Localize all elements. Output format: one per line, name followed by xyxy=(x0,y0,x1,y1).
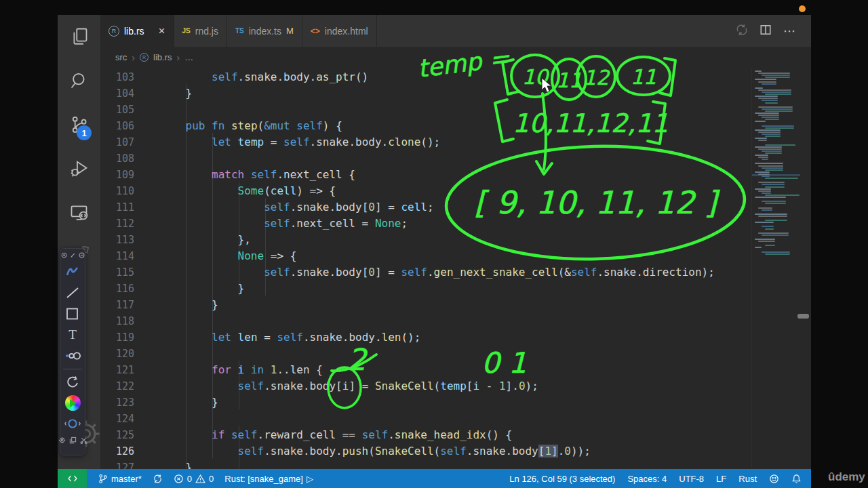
minimap-line xyxy=(765,144,795,146)
minimap-line xyxy=(755,222,774,223)
scrollbar-thumb[interactable] xyxy=(797,314,809,319)
run-debug-icon[interactable] xyxy=(68,158,90,179)
window-body: 1 R lib.rs xyxy=(58,15,811,469)
code-line[interactable]: 115 self.snake.body[0] = self.gen_next_s… xyxy=(100,264,751,281)
code-line[interactable]: 106 pub fn step(&mut self) { xyxy=(100,118,751,134)
code-text: let temp = self.snake.body.clone(); xyxy=(134,134,440,150)
minimap-line xyxy=(758,174,770,175)
code-line[interactable]: 125 if self.reward_cell == self.snake_he… xyxy=(100,427,751,443)
code-line[interactable]: 126 self.snake.body.push(SnakeCell(self.… xyxy=(100,443,751,460)
code-line[interactable]: 110 Some(cell) => { xyxy=(100,183,751,199)
shape-cycle-selector[interactable] xyxy=(64,415,81,432)
stroke-size-selector[interactable] xyxy=(64,348,81,364)
code-line[interactable]: 103 self.snake.body.as_ptr() xyxy=(100,69,751,85)
palette-header[interactable] xyxy=(61,251,85,259)
remote-explorer-icon[interactable] xyxy=(68,202,90,223)
bell-icon[interactable] xyxy=(791,474,802,484)
undo-redo-tool[interactable] xyxy=(64,374,81,390)
copy-icon xyxy=(69,436,77,444)
vscode-window: 1 R lib.rs xyxy=(58,15,811,488)
remote-indicator[interactable] xyxy=(58,469,87,488)
code-line[interactable]: 109 match self.next_cell { xyxy=(100,167,751,183)
code-line[interactable]: 114 None => { xyxy=(100,248,751,264)
code-line[interactable]: 119 let len = self.snake.body.len(); xyxy=(100,329,751,346)
rectangle-tool[interactable] xyxy=(64,306,81,322)
js-file-icon: JS xyxy=(182,27,191,35)
tab-index-html[interactable]: <> index.html xyxy=(302,15,377,47)
minimap-line xyxy=(762,201,786,202)
code-text: for i in 1..len { xyxy=(134,362,323,378)
breadcrumb-file[interactable]: lib.rs xyxy=(153,52,172,62)
minimap-line xyxy=(762,134,781,135)
minimap-line xyxy=(758,148,782,150)
code-line[interactable]: 117 } xyxy=(100,297,751,313)
cursor-position[interactable]: Ln 126, Col 59 (3 selected) xyxy=(509,474,615,484)
code-text xyxy=(134,346,159,362)
git-branch-item[interactable]: master* xyxy=(98,473,142,484)
rust-analyzer-item[interactable]: Rust: [snake_game] ▷ xyxy=(224,474,313,484)
line-tool[interactable] xyxy=(64,285,81,301)
search-icon[interactable] xyxy=(68,70,90,91)
encoding[interactable]: UTF-8 xyxy=(679,474,704,484)
code-line[interactable]: 107 let temp = self.snake.body.clone(); xyxy=(100,134,751,150)
code-line[interactable]: 118 xyxy=(100,313,751,329)
minimap-line xyxy=(765,77,790,78)
code-line[interactable]: 121 for i in 1..len { xyxy=(100,362,751,378)
code-line[interactable]: 120 xyxy=(100,346,751,362)
code-text: self.snake.body[0] = self.gen_next_snake… xyxy=(134,264,715,281)
code-line[interactable]: 111 self.snake.body[0] = cell; xyxy=(100,199,751,216)
gear-small-icon xyxy=(58,436,66,444)
breadcrumb-src[interactable]: src xyxy=(115,52,127,62)
status-bar-right: Ln 126, Col 59 (3 selected) Spaces: 4 UT… xyxy=(509,474,811,484)
vertical-scrollbar[interactable] xyxy=(800,68,811,469)
feedback-icon[interactable] xyxy=(769,474,779,484)
minimap-line xyxy=(762,184,785,185)
code-text xyxy=(134,102,159,118)
minimap-line xyxy=(765,220,787,221)
run-icon[interactable]: ▷ xyxy=(307,474,313,484)
code-line[interactable]: 116 } xyxy=(100,281,751,297)
code-line[interactable]: 108 xyxy=(100,150,751,167)
breadcrumb-symbol[interactable]: … xyxy=(184,52,193,62)
code-line[interactable]: 127 } xyxy=(100,460,751,469)
text-tool[interactable]: T xyxy=(64,327,81,343)
code-line[interactable]: 104 } xyxy=(100,85,751,102)
minimap-line xyxy=(765,203,786,204)
line-number: 116 xyxy=(100,281,134,297)
code-text: Some(cell) => { xyxy=(134,183,336,199)
tab-close-icon[interactable]: × xyxy=(159,25,165,37)
tab-index-ts[interactable]: TS index.ts M xyxy=(227,15,302,47)
target-icon xyxy=(61,252,67,258)
code-line[interactable]: 105 xyxy=(100,102,751,118)
code-line[interactable]: 122 self.snake.body[i] = SnakeCell(temp[… xyxy=(100,378,751,394)
palette-footer[interactable] xyxy=(58,436,87,444)
more-actions-icon[interactable]: ⋯ xyxy=(783,24,796,39)
problems-item[interactable]: 0 0 xyxy=(174,474,214,484)
code-line[interactable]: 124 xyxy=(100,411,751,427)
pen-tool[interactable] xyxy=(64,264,81,280)
eol-sequence[interactable]: LF xyxy=(716,474,726,484)
open-changes-icon[interactable] xyxy=(736,24,748,39)
explorer-icon[interactable] xyxy=(68,26,90,47)
code-editor[interactable]: 103 self.snake.body.as_ptr()104 }105106 … xyxy=(100,68,811,469)
editor-group: R lib.rs × JS rnd.js TS index.ts M <> xyxy=(100,15,811,469)
line-number: 127 xyxy=(100,460,134,469)
language-mode[interactable]: Rust xyxy=(738,474,757,484)
line-number: 122 xyxy=(100,378,134,394)
code-line[interactable]: 113 }, xyxy=(100,232,751,248)
line-number: 119 xyxy=(100,329,134,346)
code-line[interactable]: 112 self.next_cell = None; xyxy=(100,216,751,232)
color-picker-wheel[interactable] xyxy=(65,395,81,411)
minimap[interactable] xyxy=(751,68,800,469)
indentation[interactable]: Spaces: 4 xyxy=(627,474,667,484)
sync-icon[interactable] xyxy=(153,474,163,484)
minimap-line xyxy=(758,190,771,192)
scissors-icon xyxy=(80,436,87,444)
tab-rnd-js[interactable]: JS rnd.js xyxy=(174,15,227,47)
status-bar: master* 0 0 Rust: [snake_game] ▷ Ln 126,… xyxy=(58,469,811,488)
code-line[interactable]: 123 } xyxy=(100,394,751,411)
minimap-line xyxy=(755,171,770,173)
split-editor-icon[interactable] xyxy=(760,24,772,39)
palette-divider xyxy=(63,369,82,369)
tab-lib-rs[interactable]: R lib.rs × xyxy=(100,15,174,47)
